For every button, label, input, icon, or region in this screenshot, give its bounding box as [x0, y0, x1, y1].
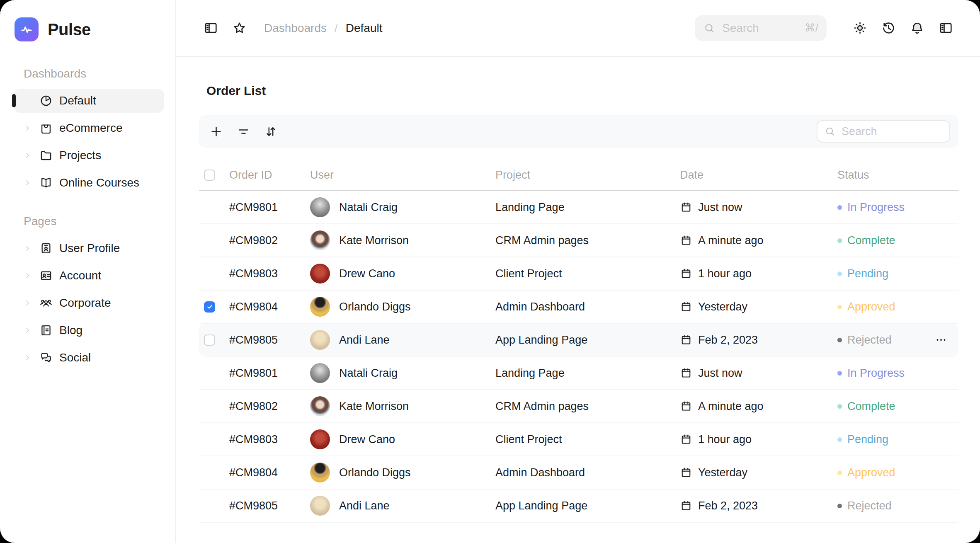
- table-search-input[interactable]: [841, 125, 943, 138]
- sidebar-item-online-courses[interactable]: Online Courses: [14, 171, 164, 195]
- user-name: Andi Lane: [339, 499, 390, 512]
- app-logo: Pulse: [14, 17, 164, 41]
- table-row[interactable]: #CM9801Natali CraigLanding PageJust nowI…: [199, 191, 958, 224]
- calendar-icon: [680, 267, 692, 280]
- table-row[interactable]: #CM9802Kate MorrisonCRM Admin pagesA min…: [199, 224, 958, 257]
- sidebar-item-corporate[interactable]: Corporate: [14, 291, 164, 315]
- history-button[interactable]: [877, 17, 900, 40]
- date: A minute ago: [680, 234, 837, 247]
- sun-icon: [852, 20, 868, 36]
- table-body: #CM9801Natali CraigLanding PageJust nowI…: [199, 191, 958, 523]
- table-row[interactable]: #CM9801Natali CraigLanding PageJust nowI…: [199, 357, 958, 390]
- status: Pending: [837, 433, 931, 446]
- panel-left-button[interactable]: [199, 17, 222, 40]
- chevron-right-icon: [23, 271, 32, 280]
- order-table: Order IDUserProjectDateStatus #CM9801Nat…: [199, 160, 958, 523]
- plus-icon: [209, 124, 223, 139]
- notebook-icon: [39, 324, 53, 337]
- calendar-icon: [680, 499, 692, 512]
- date: Yesterday: [680, 301, 837, 313]
- status: Complete: [837, 400, 931, 413]
- row-checkbox-checked[interactable]: [204, 301, 215, 313]
- app-window: Pulse DashboardsDefaulteCommerceProjects…: [0, 0, 980, 543]
- breadcrumb: Dashboards / Default: [264, 22, 382, 35]
- breadcrumb-page[interactable]: Default: [346, 22, 383, 35]
- search-shortcut: ⌘/: [805, 22, 818, 34]
- project: Admin Dashboard: [495, 301, 680, 313]
- sidebar-item-label: Social: [59, 351, 91, 364]
- sidebar-nav: DashboardsDefaulteCommerceProjectsOnline…: [14, 65, 164, 370]
- project: Landing Page: [495, 201, 680, 214]
- date: Yesterday: [680, 466, 837, 479]
- table-row[interactable]: #CM9805Andi LaneApp Landing PageFeb 2, 2…: [199, 490, 958, 523]
- sidebar-item-projects[interactable]: Projects: [14, 143, 164, 167]
- sidebar-item-label: eCommerce: [59, 121, 122, 135]
- user-name: Orlando Diggs: [339, 466, 411, 479]
- avatar: [310, 297, 330, 317]
- user-name: Andi Lane: [339, 334, 390, 347]
- global-search-input[interactable]: [721, 21, 799, 35]
- bell-button[interactable]: [905, 17, 929, 40]
- sidebar-item-account[interactable]: Account: [14, 264, 164, 288]
- order-id: #CM9801: [229, 201, 310, 214]
- order-id: #CM9803: [229, 267, 310, 280]
- date: Just now: [680, 367, 837, 380]
- sidebar-item-blog[interactable]: Blog: [14, 318, 164, 342]
- user-name: Natali Craig: [339, 367, 398, 380]
- project: Client Project: [495, 267, 680, 280]
- calendar-icon: [680, 400, 692, 412]
- user-name: Natali Craig: [339, 201, 398, 214]
- table-row[interactable]: #CM9804Orlando DiggsAdmin DashboardYeste…: [199, 291, 958, 324]
- table-row[interactable]: #CM9803Drew CanoClient Project1 hour ago…: [199, 423, 958, 456]
- sidebar-item-ecommerce[interactable]: eCommerce: [14, 116, 164, 140]
- project: Client Project: [495, 433, 680, 446]
- chevron-right-icon: [23, 326, 32, 335]
- sidebar-item-user-profile[interactable]: User Profile: [14, 236, 164, 260]
- filter-button[interactable]: [231, 119, 255, 143]
- avatar: [310, 396, 330, 416]
- calendar-icon: [680, 201, 692, 213]
- nav-section-pages: PagesUser ProfileAccountCorporateBlogSoc…: [14, 213, 164, 370]
- topbar-left: Dashboards / Default: [199, 17, 382, 40]
- global-search[interactable]: ⌘/: [695, 15, 827, 41]
- sidebar-item-label: Corporate: [59, 296, 111, 310]
- breadcrumb-section[interactable]: Dashboards: [264, 22, 327, 35]
- sidebar-item-label: User Profile: [59, 242, 120, 255]
- table-row[interactable]: #CM9803Drew CanoClient Project1 hour ago…: [199, 257, 958, 291]
- calendar-icon: [680, 334, 692, 346]
- sidebar-item-social[interactable]: Social: [14, 346, 164, 370]
- user-name: Kate Morrison: [339, 234, 409, 247]
- order-id: #CM9802: [229, 400, 310, 413]
- sort-button[interactable]: [259, 119, 283, 143]
- chat-bubbles-icon: [39, 351, 53, 364]
- select-all-checkbox[interactable]: [204, 170, 215, 181]
- order-id: #CM9804: [229, 466, 310, 479]
- order-id: #CM9802: [229, 234, 310, 247]
- history-icon: [881, 20, 896, 36]
- table-row[interactable]: #CM9804Orlando DiggsAdmin DashboardYeste…: [199, 456, 958, 490]
- sidebar-item-label: Default: [59, 94, 96, 107]
- avatar: [310, 429, 330, 449]
- table-row[interactable]: #CM9802Kate MorrisonCRM Admin pagesA min…: [199, 390, 958, 423]
- table-row[interactable]: #CM9805Andi LaneApp Landing PageFeb 2, 2…: [199, 324, 958, 357]
- user-name: Kate Morrison: [339, 400, 409, 413]
- date: Just now: [680, 201, 837, 214]
- star-button[interactable]: [228, 17, 251, 40]
- order-id: #CM9803: [229, 433, 310, 446]
- chevron-right-icon: [23, 178, 32, 187]
- date: Feb 2, 2023: [680, 334, 837, 347]
- project: App Landing Page: [495, 334, 680, 347]
- row-checkbox[interactable]: [204, 335, 215, 346]
- sun-button[interactable]: [848, 17, 871, 40]
- date: Feb 2, 2023: [680, 499, 837, 512]
- search-icon: [703, 22, 716, 34]
- plus-button[interactable]: [204, 119, 228, 143]
- status: Pending: [837, 267, 931, 280]
- column-header-order-id: Order ID: [229, 169, 310, 182]
- table-search[interactable]: [817, 120, 950, 143]
- row-actions-button[interactable]: [931, 330, 951, 350]
- panel-right-button[interactable]: [934, 17, 957, 40]
- date: A minute ago: [680, 400, 837, 413]
- pulse-icon: [19, 22, 34, 37]
- sidebar-item-default[interactable]: Default: [14, 89, 164, 113]
